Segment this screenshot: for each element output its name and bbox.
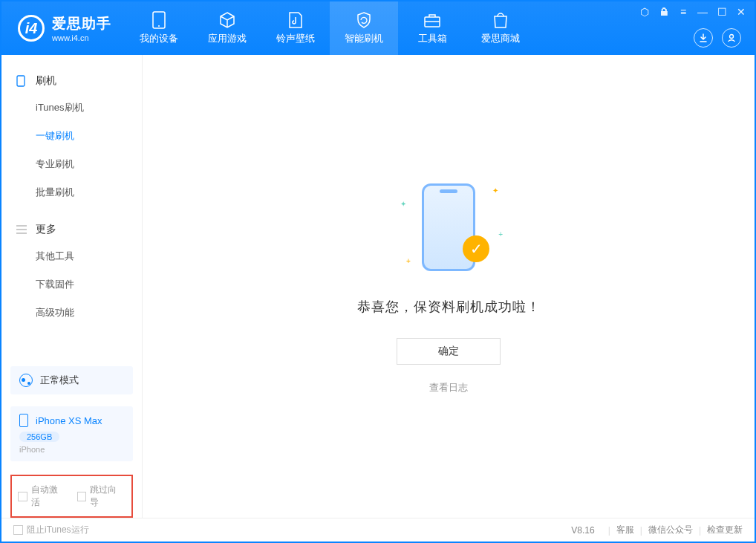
- tab-smart-flash[interactable]: 智能刷机: [330, 1, 398, 55]
- tab-label: 我的设备: [140, 32, 178, 45]
- sidebar-content: 刷机 iTunes刷机 一键刷机 专业刷机 批量刷机 更多 其他工具 下载固件 …: [1, 55, 142, 360]
- link-update[interactable]: 检查更新: [707, 524, 743, 536]
- success-message: 恭喜您，保资料刷机成功啦！: [357, 298, 541, 316]
- shirt-icon[interactable]: ⬡: [639, 6, 651, 18]
- tab-toolbox[interactable]: 工具箱: [398, 1, 466, 55]
- svg-point-1: [158, 25, 160, 27]
- checkbox-label: 跳过向导: [90, 484, 126, 509]
- footer-right: V8.16 | 客服 | 微信公众号 | 检查更新: [571, 524, 743, 536]
- highlighted-options-box: 自动激活 跳过向导: [10, 475, 133, 518]
- user-button[interactable]: [722, 28, 741, 48]
- mode-icon: [19, 374, 33, 387]
- sidebar-item-oneclick-flash[interactable]: 一键刷机: [1, 122, 142, 150]
- checkbox-auto-activate[interactable]: 自动激活: [18, 484, 67, 509]
- sidebar-item-batch-flash[interactable]: 批量刷机: [1, 178, 142, 207]
- shield-refresh-icon: [355, 11, 373, 29]
- device-mode-box[interactable]: 正常模式: [10, 366, 133, 394]
- footer-bar: 阻止iTunes运行 V8.16 | 客服 | 微信公众号 | 检查更新: [1, 518, 755, 542]
- app-url: www.i4.cn: [52, 33, 111, 42]
- checkbox-icon: [13, 525, 23, 535]
- shopping-bag-icon: [492, 11, 509, 29]
- phone-icon: [150, 11, 168, 29]
- tab-label: 铃声壁纸: [276, 32, 315, 45]
- sidebar-item-download-firmware[interactable]: 下载固件: [1, 270, 142, 299]
- tab-label: 智能刷机: [345, 32, 383, 45]
- user-icon: [726, 33, 737, 43]
- maximize-icon[interactable]: ☐: [716, 6, 728, 18]
- sidebar-item-advanced[interactable]: 高级功能: [1, 299, 142, 327]
- tab-label: 应用游戏: [208, 32, 247, 45]
- logo-area: i4 爱思助手 www.i4.cn: [1, 1, 125, 55]
- checkbox-icon: [18, 492, 27, 501]
- device-small-icon: [16, 75, 28, 87]
- lock-icon[interactable]: 🔒︎: [658, 6, 670, 18]
- tab-apps-games[interactable]: 应用游戏: [193, 1, 261, 55]
- separator: |: [608, 525, 610, 536]
- separator: |: [640, 525, 642, 536]
- link-service[interactable]: 客服: [616, 524, 634, 536]
- svg-rect-4: [17, 76, 25, 86]
- cube-icon: [218, 11, 236, 29]
- tab-my-device[interactable]: 我的设备: [125, 1, 193, 55]
- header-right-icons: [694, 28, 741, 48]
- tab-label: 工具箱: [418, 32, 447, 45]
- body: 刷机 iTunes刷机 一键刷机 专业刷机 批量刷机 更多 其他工具 下载固件 …: [1, 55, 755, 518]
- minimize-icon[interactable]: —: [697, 6, 708, 18]
- sidebar-item-other-tools[interactable]: 其他工具: [1, 242, 142, 270]
- music-file-icon: [287, 11, 304, 29]
- storage-badge: 256GB: [19, 432, 59, 442]
- sparkle-icon: +: [498, 230, 503, 238]
- svg-point-3: [730, 35, 734, 39]
- menu-icon[interactable]: ≡: [677, 6, 689, 18]
- window-controls: ⬡ 🔒︎ ≡ — ☐ ✕: [639, 6, 747, 18]
- mode-label: 正常模式: [40, 374, 79, 387]
- app-window: i4 爱思助手 www.i4.cn 我的设备 应用游戏 铃声壁纸 智能刷机: [0, 0, 756, 543]
- phone-small-icon: [19, 414, 28, 427]
- checkbox-block-itunes[interactable]: 阻止iTunes运行: [13, 524, 89, 536]
- device-model: iPhone: [19, 445, 124, 454]
- download-icon: [698, 33, 708, 43]
- sidebar-section-more: 更多: [1, 217, 142, 242]
- tab-ringtone-wallpaper[interactable]: 铃声壁纸: [261, 1, 330, 55]
- link-wechat[interactable]: 微信公众号: [648, 524, 693, 536]
- sparkle-icon: ✦: [492, 186, 498, 195]
- close-icon[interactable]: ✕: [735, 6, 747, 18]
- app-title-block: 爱思助手 www.i4.cn: [52, 14, 111, 42]
- app-name: 爱思助手: [52, 14, 111, 33]
- version-label: V8.16: [571, 525, 594, 536]
- device-name-row: iPhone XS Max: [19, 414, 124, 427]
- ok-button[interactable]: 确定: [397, 338, 501, 365]
- sparkle-icon: +: [406, 257, 411, 265]
- section-title: 刷机: [36, 74, 56, 88]
- toolbox-icon: [423, 11, 441, 29]
- sidebar-item-itunes-flash[interactable]: iTunes刷机: [1, 94, 142, 122]
- tab-store[interactable]: 爱思商城: [466, 1, 535, 55]
- checkbox-skip-guide[interactable]: 跳过向导: [77, 484, 126, 509]
- view-log-link[interactable]: 查看日志: [429, 381, 468, 394]
- checkbox-label: 阻止iTunes运行: [27, 524, 89, 536]
- header-bar: i4 爱思助手 www.i4.cn 我的设备 应用游戏 铃声壁纸 智能刷机: [1, 1, 755, 55]
- section-title: 更多: [36, 223, 56, 236]
- download-button[interactable]: [694, 28, 713, 48]
- checkbox-icon: [77, 492, 87, 501]
- sidebar-item-pro-flash[interactable]: 专业刷机: [1, 150, 142, 178]
- check-badge-icon: ✓: [463, 235, 489, 262]
- sidebar: 刷机 iTunes刷机 一键刷机 专业刷机 批量刷机 更多 其他工具 下载固件 …: [1, 55, 143, 518]
- app-logo-icon: i4: [18, 15, 45, 42]
- checkbox-label: 自动激活: [31, 484, 67, 509]
- main-content: ✓ ✦ ✦ + + 恭喜您，保资料刷机成功啦！ 确定 查看日志: [143, 55, 755, 518]
- success-illustration: ✓ ✦ ✦ + +: [393, 179, 504, 276]
- device-info-box[interactable]: iPhone XS Max 256GB iPhone: [10, 406, 133, 461]
- device-name: iPhone XS Max: [36, 415, 102, 426]
- separator: |: [699, 525, 701, 536]
- sidebar-section-flash: 刷机: [1, 68, 142, 94]
- tab-label: 爱思商城: [481, 32, 520, 45]
- sparkle-icon: ✦: [400, 200, 406, 208]
- list-icon: [16, 225, 28, 234]
